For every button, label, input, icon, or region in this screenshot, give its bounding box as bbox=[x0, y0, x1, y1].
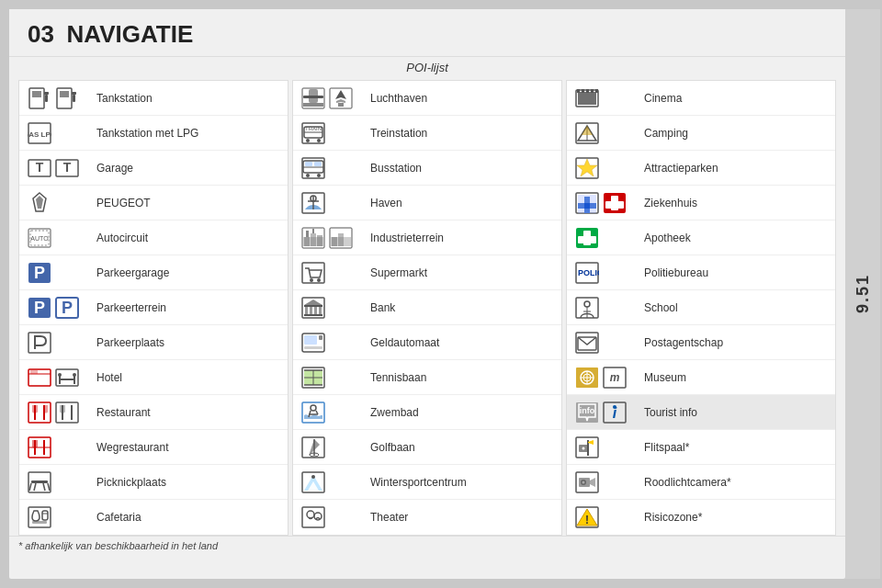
school-icon bbox=[574, 295, 600, 321]
ziekenhuis1-icon bbox=[574, 190, 600, 216]
poi-icons bbox=[300, 469, 365, 495]
list-item: T T Garage bbox=[19, 151, 288, 186]
columns-container: Tankstation GAS LPG Tankstation met LPG … bbox=[9, 80, 845, 536]
svg-rect-71 bbox=[305, 162, 312, 166]
poi-label-tennis: Tennisbaan bbox=[370, 371, 554, 384]
svg-point-68 bbox=[306, 174, 310, 177]
poi-label-treinstation: Treinstation bbox=[370, 127, 554, 140]
tourist1-icon: info bbox=[574, 400, 600, 425]
list-item: P Parkeergarage bbox=[19, 255, 288, 290]
svg-rect-86 bbox=[332, 237, 337, 246]
poi-label-restaurant: Restaurant bbox=[96, 406, 280, 419]
poi-label-school: School bbox=[644, 301, 828, 314]
poi-label-cafetaria: Cafetaria bbox=[96, 511, 280, 524]
svg-rect-45 bbox=[31, 481, 48, 483]
svg-text:T: T bbox=[63, 160, 72, 175]
svg-rect-101 bbox=[319, 335, 322, 340]
poi-icons bbox=[574, 85, 639, 111]
museum1-icon bbox=[574, 365, 600, 390]
poi-label-attractie: Attractieparken bbox=[644, 162, 828, 175]
poi-icons bbox=[574, 469, 639, 495]
list-item: Attractieparken bbox=[567, 151, 835, 186]
svg-rect-124 bbox=[591, 89, 594, 93]
museum2-icon: m bbox=[602, 365, 628, 390]
svg-rect-1 bbox=[32, 91, 41, 97]
list-item: Postagentschap bbox=[567, 325, 835, 360]
list-item: Tennisbaan bbox=[293, 360, 561, 395]
poi-icons bbox=[300, 295, 365, 321]
poi-label-camping: Camping bbox=[644, 127, 828, 140]
list-item: POLICE Politiebureau bbox=[567, 255, 835, 290]
poi-icons: GAS LPG bbox=[27, 120, 91, 146]
poi-label-peugeot: PEUGEOT bbox=[96, 197, 280, 209]
svg-point-118 bbox=[314, 513, 322, 520]
svg-rect-125 bbox=[595, 89, 598, 93]
poi-label-apotheek: Apotheek bbox=[644, 232, 828, 244]
industrie1-icon bbox=[300, 225, 326, 251]
poi-label-theater: Theater bbox=[370, 511, 554, 524]
side-tab: 9.51 bbox=[845, 9, 880, 579]
parkeerplaats-icon bbox=[27, 330, 52, 356]
roodlicht-icon bbox=[574, 469, 600, 495]
supermarkt-icon bbox=[300, 260, 326, 286]
column-3: Cinema Camping Attractieparken bbox=[566, 80, 836, 536]
svg-rect-59 bbox=[338, 103, 344, 107]
luchthaven1-icon bbox=[300, 85, 326, 111]
side-tab-text: 9.51 bbox=[854, 274, 873, 313]
svg-rect-120 bbox=[578, 92, 596, 105]
svg-point-147 bbox=[584, 301, 590, 307]
poi-icons: T T bbox=[27, 155, 91, 181]
list-item: Ziekenhuis bbox=[567, 186, 835, 220]
poi-label-haven: Haven bbox=[370, 197, 554, 209]
poi-icons bbox=[300, 225, 365, 251]
list-item: m Museum bbox=[567, 360, 835, 395]
list-item: Flitspaal* bbox=[567, 430, 835, 465]
poi-icons bbox=[27, 190, 91, 216]
tourist2-icon: i bbox=[602, 400, 628, 425]
list-item: Restaurant bbox=[19, 395, 288, 430]
poi-icons bbox=[300, 190, 365, 216]
svg-rect-100 bbox=[304, 335, 317, 345]
svg-text:AUTO: AUTO bbox=[30, 235, 49, 242]
attractie-icon bbox=[574, 155, 600, 181]
fuel-icon bbox=[27, 85, 52, 111]
luchthaven2-icon bbox=[328, 85, 354, 111]
parking2-icon: P bbox=[54, 295, 80, 321]
peugeot-icon bbox=[27, 190, 52, 216]
poi-icons bbox=[574, 435, 639, 460]
chapter-title: NAVIGATIE bbox=[67, 20, 194, 48]
poi-label-industrieterrein: Industrieterrein bbox=[370, 232, 554, 244]
poi-label-lpg: Tankstation met LPG bbox=[96, 127, 280, 140]
hotel1-icon bbox=[27, 365, 52, 390]
restaurant1-icon bbox=[27, 400, 52, 425]
svg-point-115 bbox=[311, 475, 315, 479]
list-item: Cafetaria bbox=[19, 500, 288, 535]
svg-rect-121 bbox=[577, 89, 580, 93]
poi-label-hotel: Hotel bbox=[96, 371, 280, 384]
list-item: Cinema bbox=[567, 81, 835, 116]
list-item: Wegrestaurant bbox=[19, 430, 288, 465]
list-item: GAS LPG Tankstation met LPG bbox=[19, 116, 288, 151]
poi-icons bbox=[27, 85, 91, 111]
list-item: Golfbaan bbox=[293, 430, 561, 465]
poi-icons: info i bbox=[574, 400, 639, 425]
poi-label-parkeerterrein: Parkeerterrein bbox=[96, 301, 280, 314]
list-item: Roodlichtcamera* bbox=[567, 465, 835, 500]
svg-rect-87 bbox=[338, 233, 344, 246]
poi-label-autocircuit: Autocircuit bbox=[96, 232, 280, 244]
poi-label-ziekenhuis: Ziekenhuis bbox=[644, 197, 828, 209]
poi-icons bbox=[574, 190, 639, 216]
garage2-icon: T bbox=[54, 155, 80, 181]
parkeergarage-icon: P bbox=[27, 260, 52, 286]
list-item: Geldautomaat bbox=[293, 325, 561, 360]
svg-rect-94 bbox=[305, 307, 308, 314]
svg-text:GAS LPG: GAS LPG bbox=[28, 130, 51, 139]
poi-label-wintersport: Wintersportcentrum bbox=[370, 476, 554, 489]
svg-marker-17 bbox=[36, 196, 43, 209]
svg-line-47 bbox=[48, 483, 50, 491]
wegrestaurant-icon bbox=[27, 435, 52, 460]
poi-label-risico: Risicozone* bbox=[644, 511, 828, 524]
svg-rect-82 bbox=[306, 231, 309, 237]
apotheek-icon bbox=[574, 225, 600, 251]
list-item: AUTO Autocircuit bbox=[19, 220, 288, 255]
